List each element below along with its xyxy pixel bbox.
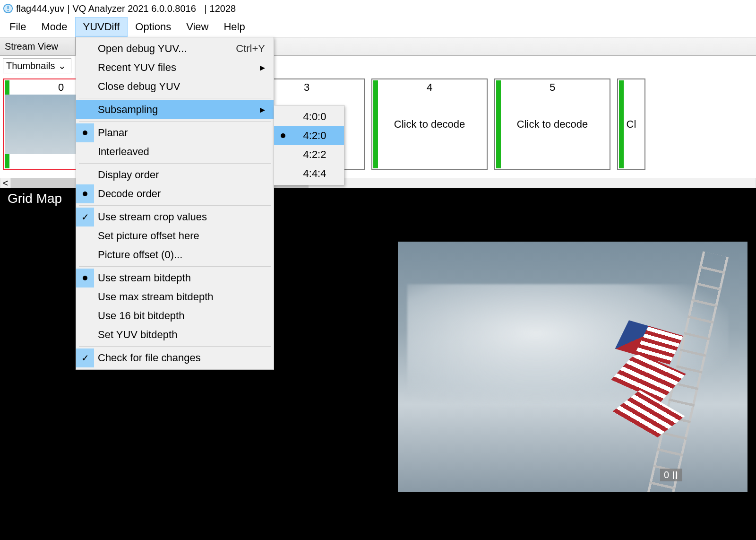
menu-bitdepth-16[interactable]: Use 16 bit bitdepth [76,306,274,325]
svg-rect-3 [673,471,674,479]
menu-display-order[interactable]: Display order [76,165,274,184]
thumbnail-number: 5 [495,81,610,94]
radio-selected-icon [76,269,94,287]
menu-options[interactable]: Options [128,17,179,37]
menu-recent-yuv[interactable]: Recent YUV files ▸ [76,58,274,77]
scroll-left-icon[interactable]: < [0,178,11,188]
subsampling-submenu: 4:0:0 4:2:0 4:2:2 4:4:4 [274,105,344,185]
thumbnails-select[interactable]: Thumbnails ⌄ [3,58,71,73]
radio-selected-icon [76,123,94,142]
menu-separator [79,346,271,347]
svg-point-2 [8,10,9,11]
menu-planar[interactable]: Planar [76,123,274,142]
menu-set-picture-offset[interactable]: Set picture offset here [76,226,274,245]
menu-shortcut: Ctrl+Y [217,43,265,55]
menu-interleaved[interactable]: Interleaved [76,142,274,161]
menu-check-file-changes[interactable]: Check for file changes [76,348,274,367]
title-filename: flag444.yuv [16,3,64,14]
radio-selected-icon [76,184,94,203]
menubar: File Mode YUVDiff Options View Help [0,17,756,37]
menu-help[interactable]: Help [216,17,252,37]
app-icon [3,3,13,14]
frame-index-badge: 0 [660,469,682,481]
submenu-400[interactable]: 4:0:0 [274,107,344,126]
menu-yuvdiff[interactable]: YUVDiff [75,17,128,37]
thumbnail-number: 4 [372,81,487,94]
title-bar: flag444.yuv | VQ Analyzer 2021 6.0.0.801… [0,0,756,17]
keyframe-icon [672,471,679,479]
submenu-422[interactable]: 4:2:2 [274,145,344,164]
check-icon [76,208,94,226]
stream-view-label[interactable]: Stream View [0,37,76,55]
check-icon [76,348,94,367]
menu-decode-order[interactable]: Decode order [76,184,274,203]
menu-separator [79,98,271,98]
submenu-arrow-icon: ▸ [241,104,265,116]
menu-picture-offset[interactable]: Picture offset (0)... [76,245,274,264]
thumbnail-5[interactable]: 5 Click to decode [494,78,610,170]
grid-map-label: Grid Map [8,191,62,206]
menu-separator [79,205,271,206]
radio-selected-icon [274,126,292,145]
keyframe-bar-icon [619,80,624,168]
menu-use-stream-crop[interactable]: Use stream crop values [76,208,274,226]
thumbnails-select-label: Thumbnails [6,61,55,71]
menu-separator [79,163,271,164]
menu-bitdepth-max[interactable]: Use max stream bitdepth [76,287,274,306]
menu-open-debug-yuv[interactable]: Open debug YUV... Ctrl+Y [76,39,274,58]
menu-separator [79,121,271,122]
thumbnail-6-partial[interactable]: Cl [617,78,645,170]
menu-separator [79,266,271,267]
menu-mode[interactable]: Mode [34,17,75,37]
title-sep2: | [204,3,206,14]
submenu-arrow-icon: ▸ [241,61,265,74]
frame-index-value: 0 [664,470,669,480]
menu-bitdepth-set[interactable]: Set YUV bitdepth [76,325,274,344]
menu-subsampling[interactable]: Subsampling ▸ [76,100,274,119]
yuvdiff-menu: Open debug YUV... Ctrl+Y Recent YUV file… [76,37,274,370]
menu-view[interactable]: View [179,17,216,37]
submenu-420[interactable]: 4:2:0 [274,126,344,145]
submenu-444[interactable]: 4:4:4 [274,164,344,183]
svg-rect-4 [676,471,677,479]
menu-close-debug-yuv[interactable]: Close debug YUV [76,77,274,96]
title-pid: 12028 [210,3,236,14]
menu-file[interactable]: File [2,17,34,37]
svg-rect-1 [8,6,9,9]
chevron-down-icon: ⌄ [58,60,66,71]
title-appname: VQ Analyzer 2021 6.0.0.8016 [73,3,196,14]
menu-bitdepth-stream[interactable]: Use stream bitdepth [76,269,274,287]
frame-preview[interactable]: 0 [398,242,747,492]
thumbnail-4[interactable]: 4 Click to decode [371,78,488,170]
title-sep: | [67,3,69,14]
